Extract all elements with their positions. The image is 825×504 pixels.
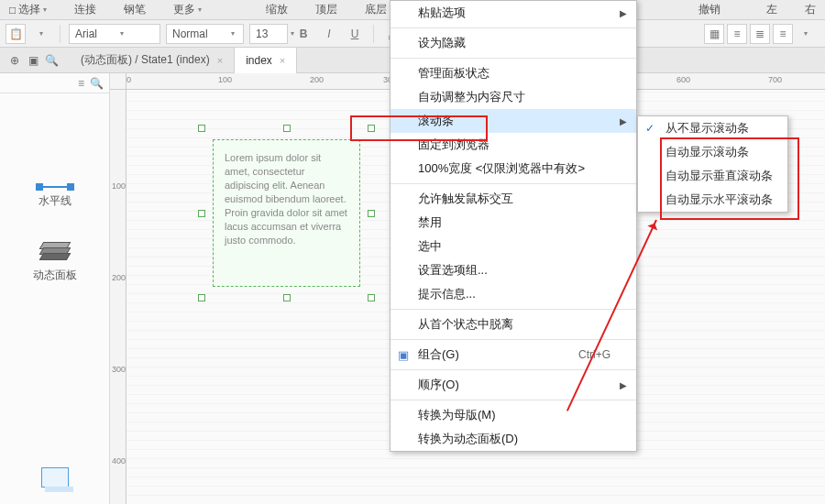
sub-auto-horizontal[interactable]: 自动显示水平滚动条 bbox=[638, 188, 787, 212]
menu-undo[interactable]: 撤销 bbox=[698, 2, 720, 17]
submenu-arrow-icon: ▶ bbox=[620, 8, 627, 18]
sub-auto-vertical[interactable]: 自动显示垂直滚动条 bbox=[638, 164, 787, 188]
font-family-select[interactable]: Arial▾ bbox=[69, 24, 160, 44]
group-icon: ▣ bbox=[396, 347, 411, 362]
library-item-box[interactable] bbox=[0, 451, 109, 504]
resize-handle[interactable] bbox=[283, 125, 291, 132]
ctx-to-dynpanel[interactable]: 转换为动态面板(D) bbox=[390, 427, 636, 451]
font-style-select[interactable]: Normal▾ bbox=[166, 24, 244, 44]
resize-handle[interactable] bbox=[198, 125, 205, 132]
ctx-tooltip[interactable]: 提示信息... bbox=[390, 282, 636, 306]
menu-bottom[interactable]: 底层 bbox=[365, 2, 387, 17]
check-icon: ✓ bbox=[645, 122, 654, 135]
ctx-to-master[interactable]: 转换为母版(M) bbox=[390, 403, 636, 427]
ctx-order[interactable]: 顺序(O)▶ bbox=[390, 373, 636, 397]
resize-handle[interactable] bbox=[368, 210, 375, 217]
context-menu: 粘贴选项▶ 设为隐藏 管理面板状态 自动调整为内容尺寸 滚动条▶ 固定到浏览器 … bbox=[390, 0, 637, 452]
ctx-selected[interactable]: 选中 bbox=[390, 235, 636, 258]
text-widget[interactable]: Lorem ipsum dolor sit amet, consectetur … bbox=[213, 139, 360, 287]
ctx-full-width[interactable]: 100%宽度 <仅限浏览器中有效> bbox=[390, 157, 636, 181]
align-caret-icon[interactable]: ▾ bbox=[796, 24, 816, 44]
library-item-dynpanel[interactable]: 动态面板 bbox=[0, 225, 109, 300]
menu-left[interactable]: 左 bbox=[766, 2, 777, 17]
stack-icon bbox=[41, 242, 69, 262]
library-panel: ≡ 🔍 水平线 动态面板 bbox=[0, 73, 110, 504]
ruler-corner bbox=[110, 73, 126, 90]
underline-icon[interactable]: U bbox=[345, 24, 365, 44]
tab-state1[interactable]: (动态面板) / State1 (index)× bbox=[70, 48, 235, 73]
library-item-hline[interactable]: 水平线 bbox=[0, 170, 109, 225]
add-page-icon[interactable]: ⊕ bbox=[6, 51, 24, 70]
align-center-icon[interactable]: ≣ bbox=[750, 24, 770, 44]
menu-zoom[interactable]: 缩放 bbox=[266, 2, 288, 17]
menu-pen[interactable]: 钢笔 bbox=[124, 2, 146, 17]
bold-icon[interactable]: B bbox=[293, 24, 314, 44]
ctx-group[interactable]: ▣组合(G)Ctrl+G bbox=[390, 343, 636, 367]
close-icon[interactable]: × bbox=[217, 55, 223, 66]
menu-more[interactable]: 更多 ▾ bbox=[173, 2, 202, 17]
ctx-disable[interactable]: 禁用 bbox=[390, 211, 636, 235]
resize-handle[interactable] bbox=[198, 210, 205, 217]
ruler-vertical: 100 200 300 400 bbox=[110, 90, 126, 504]
library-item-label: 水平线 bbox=[38, 193, 72, 209]
resize-handle[interactable] bbox=[368, 125, 375, 132]
font-size-select[interactable]: 13▾ bbox=[249, 24, 288, 44]
ctx-break-first-state[interactable]: 从首个状态中脱离 bbox=[390, 312, 636, 336]
clipboard-icon[interactable]: 📋 bbox=[6, 24, 26, 44]
menu-select[interactable]: □ 选择 ▾ bbox=[9, 2, 47, 17]
ctx-fit-content[interactable]: 自动调整为内容尺寸 bbox=[390, 85, 636, 109]
hline-icon bbox=[39, 186, 71, 188]
italic-icon[interactable]: I bbox=[319, 24, 339, 44]
ctx-set-hidden[interactable]: 设为隐藏 bbox=[390, 31, 636, 55]
sub-auto-show[interactable]: 自动显示滚动条 bbox=[638, 140, 787, 164]
ctx-set-option-group[interactable]: 设置选项组... bbox=[390, 258, 636, 282]
resize-handle[interactable] bbox=[283, 294, 291, 301]
ctx-pin-browser[interactable]: 固定到浏览器 bbox=[390, 133, 636, 157]
submenu-arrow-icon: ▶ bbox=[620, 380, 627, 390]
menu-right[interactable]: 右 bbox=[805, 2, 816, 17]
align-left-icon[interactable]: ≡ bbox=[727, 24, 747, 44]
ctx-scrollbars[interactable]: 滚动条▶ bbox=[390, 109, 636, 133]
box-icon bbox=[41, 467, 69, 488]
sub-never-show[interactable]: ✓从不显示滚动条 bbox=[638, 116, 787, 140]
clipboard-caret-icon[interactable]: ▾ bbox=[31, 24, 51, 44]
border-icon[interactable]: ▦ bbox=[704, 24, 724, 44]
panel-menu-icon[interactable]: ≡ bbox=[78, 77, 84, 90]
resize-handle[interactable] bbox=[368, 294, 375, 301]
submenu-arrow-icon: ▶ bbox=[620, 116, 627, 126]
menu-connect[interactable]: 连接 bbox=[74, 2, 96, 17]
close-icon[interactable]: × bbox=[280, 55, 285, 66]
menu-top[interactable]: 顶层 bbox=[315, 2, 337, 17]
scrollbar-submenu: ✓从不显示滚动条 自动显示滚动条 自动显示垂直滚动条 自动显示水平滚动条 bbox=[637, 115, 788, 213]
ctx-manage-states[interactable]: 管理面板状态 bbox=[390, 61, 636, 85]
resize-handle[interactable] bbox=[198, 294, 205, 301]
align-right-icon[interactable]: ≡ bbox=[773, 24, 793, 44]
add-folder-icon[interactable]: ▣ bbox=[24, 51, 42, 70]
ctx-paste-options[interactable]: 粘贴选项▶ bbox=[390, 1, 636, 25]
panel-search-icon[interactable]: 🔍 bbox=[90, 77, 104, 90]
tab-index[interactable]: index× bbox=[235, 48, 297, 73]
search-pages-icon[interactable]: 🔍 bbox=[42, 51, 60, 70]
ctx-allow-trigger[interactable]: 允许触发鼠标交互 bbox=[390, 187, 636, 211]
library-item-label: 动态面板 bbox=[33, 268, 77, 283]
selected-widget[interactable]: Lorem ipsum dolor sit amet, consectetur … bbox=[202, 128, 371, 298]
